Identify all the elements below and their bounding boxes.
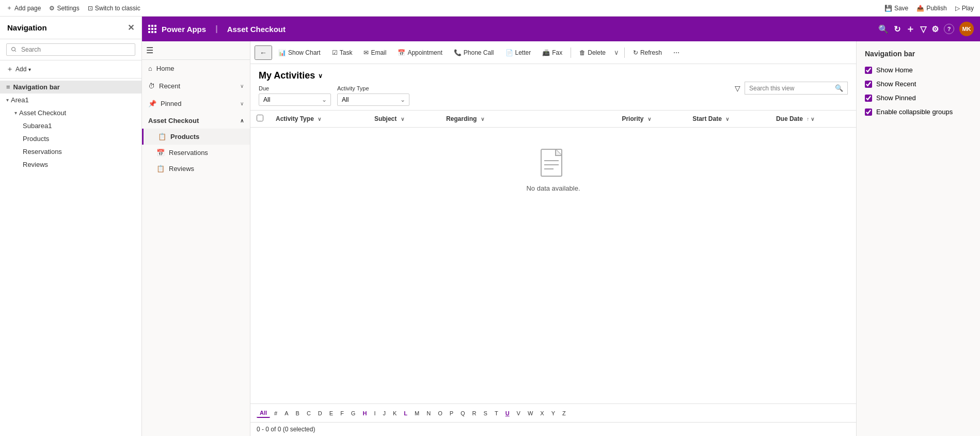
page-letter-r[interactable]: R bbox=[469, 409, 480, 417]
page-letter-t[interactable]: T bbox=[492, 409, 501, 417]
email-button[interactable]: ✉ Email bbox=[358, 47, 391, 58]
sidebar-item-recent[interactable]: ⏱ Recent ∨ bbox=[142, 77, 250, 95]
col-due-date[interactable]: Due Date ↑ ∨ bbox=[770, 111, 856, 128]
close-panel-button[interactable]: ✕ bbox=[128, 23, 134, 33]
more-options-button[interactable]: ⋯ bbox=[668, 47, 685, 58]
page-letter-x[interactable]: X bbox=[537, 409, 547, 417]
waffle-menu-icon[interactable] bbox=[148, 25, 156, 33]
view-search-icon[interactable]: 🔍 bbox=[835, 84, 843, 92]
publish-button[interactable]: 📤 Publish bbox=[916, 5, 946, 12]
add-button[interactable]: ＋ Add ▾ bbox=[6, 65, 31, 74]
view-title[interactable]: My Activities ∨ bbox=[259, 70, 409, 81]
page-letter-j[interactable]: J bbox=[380, 409, 389, 417]
help-icon[interactable]: ? bbox=[944, 24, 954, 34]
page-letter-q[interactable]: Q bbox=[457, 409, 468, 417]
show-chart-button[interactable]: 📊 Show Chart bbox=[273, 47, 326, 58]
page-letter-k[interactable]: K bbox=[390, 409, 400, 417]
page-letter-c[interactable]: C bbox=[304, 409, 314, 417]
nav-tree-item-area1[interactable]: ▾ Area1 bbox=[0, 94, 141, 106]
page-letter-m[interactable]: M bbox=[412, 409, 422, 417]
page-letter-b[interactable]: B bbox=[293, 409, 303, 417]
page-letter-z[interactable]: Z bbox=[559, 409, 569, 417]
show-home-option[interactable]: Show Home bbox=[865, 66, 972, 74]
sidebar-menu-icon[interactable]: ☰ bbox=[146, 45, 153, 55]
activity-type-filter-select[interactable]: All Email Phone Call Task bbox=[337, 94, 409, 106]
navigation-tree: ≡ Navigation bar ▾ Area1 ▾ Asset Checkou… bbox=[0, 79, 141, 436]
sidebar-item-home[interactable]: ⌂ Home bbox=[142, 60, 250, 77]
page-letter-l[interactable]: L bbox=[401, 409, 410, 417]
col-activity-type[interactable]: Activity Type ∨ bbox=[270, 111, 368, 128]
col-subject[interactable]: Subject ∨ bbox=[368, 111, 440, 128]
page-letter-h[interactable]: H bbox=[359, 409, 370, 417]
appointment-button[interactable]: 📅 Appointment bbox=[392, 47, 447, 58]
page-letter-v[interactable]: V bbox=[514, 409, 524, 417]
select-all-checkbox[interactable] bbox=[257, 115, 263, 121]
due-filter-select[interactable]: All Today This Week bbox=[259, 94, 331, 106]
nav-tree-item-subarea1[interactable]: Subarea1 bbox=[0, 119, 141, 132]
page-letter-a[interactable]: A bbox=[281, 409, 291, 417]
page-letter-u[interactable]: U bbox=[502, 409, 513, 417]
page-letter-e[interactable]: E bbox=[326, 409, 336, 417]
switch-classic-button[interactable]: ⊡ Switch to classic bbox=[88, 5, 140, 12]
col-regarding[interactable]: Regarding ∨ bbox=[440, 111, 615, 128]
settings-button[interactable]: ⚙ Settings bbox=[49, 5, 79, 12]
page-letter-w[interactable]: W bbox=[525, 409, 536, 417]
right-panel-title: Navigation bar bbox=[865, 50, 972, 58]
filter-icon[interactable]: ▽ bbox=[920, 24, 926, 34]
show-recent-option[interactable]: Show Recent bbox=[865, 80, 972, 88]
sidebar-item-pinned[interactable]: 📌 Pinned ∨ bbox=[142, 95, 250, 113]
show-home-checkbox[interactable] bbox=[865, 67, 872, 74]
nav-tree-item-asset-checkout[interactable]: ▾ Asset Checkout bbox=[0, 106, 141, 119]
sidebar-item-products[interactable]: 📋 Products bbox=[142, 129, 250, 145]
page-letter-g[interactable]: G bbox=[348, 409, 359, 417]
sidebar-group-asset-checkout[interactable]: Asset Checkout ∧ bbox=[142, 113, 250, 129]
sidebar-item-reviews[interactable]: 📋 Reviews bbox=[142, 161, 250, 177]
more-cmd-chevron[interactable]: ∨ bbox=[612, 46, 621, 58]
command-bar: ← 📊 Show Chart ☑ Task ✉ Email 📅 bbox=[250, 41, 856, 64]
page-letter-s[interactable]: S bbox=[481, 409, 491, 417]
phone-call-button[interactable]: 📞 Phone Call bbox=[449, 47, 499, 58]
gear-icon[interactable]: ⚙ bbox=[931, 24, 939, 34]
task-button[interactable]: ☑ Task bbox=[327, 47, 358, 58]
show-pinned-checkbox[interactable] bbox=[865, 95, 872, 102]
add-header-icon[interactable]: ＋ bbox=[906, 23, 915, 35]
search-icon[interactable]: 🔍 bbox=[878, 24, 889, 34]
page-letter-d[interactable]: D bbox=[315, 409, 325, 417]
enable-collapsible-checkbox[interactable] bbox=[865, 108, 872, 116]
show-recent-checkbox[interactable] bbox=[865, 81, 872, 88]
page-letter-o[interactable]: O bbox=[435, 409, 446, 417]
col-start-date[interactable]: Start Date ∨ bbox=[686, 111, 770, 128]
delete-button[interactable]: 🗑 Delete bbox=[574, 47, 611, 58]
left-panel-search-input[interactable] bbox=[6, 43, 135, 56]
due-filter-label: Due bbox=[259, 85, 331, 91]
refresh-button[interactable]: ↻ Refresh bbox=[628, 47, 667, 58]
nav-tree-item-reviews[interactable]: Reviews bbox=[0, 158, 141, 171]
user-avatar[interactable]: MK bbox=[959, 22, 974, 36]
page-letter-i[interactable]: I bbox=[371, 409, 378, 417]
show-pinned-option[interactable]: Show Pinned bbox=[865, 94, 972, 102]
sidebar-item-reservations[interactable]: 📅 Reservations bbox=[142, 145, 250, 161]
page-letter-y[interactable]: Y bbox=[548, 409, 558, 417]
col-priority[interactable]: Priority ∨ bbox=[615, 111, 686, 128]
page-letter-p[interactable]: P bbox=[447, 409, 456, 417]
view-filter-icon[interactable]: ▽ bbox=[735, 84, 740, 92]
page-letter-f[interactable]: F bbox=[337, 409, 347, 417]
fax-button[interactable]: 📠 Fax bbox=[537, 47, 567, 58]
data-table-wrapper: Activity Type ∨ Subject ∨ Regarding ∨ bbox=[250, 111, 856, 403]
nav-tree-item-navbar[interactable]: ≡ Navigation bar bbox=[0, 81, 141, 94]
nav-tree-item-reservations[interactable]: Reservations bbox=[0, 145, 141, 158]
nav-tree-item-products[interactable]: Products bbox=[0, 132, 141, 145]
refresh-circle-icon[interactable]: ↻ bbox=[894, 24, 900, 34]
empty-state: No data available. bbox=[250, 128, 856, 213]
page-letter-n[interactable]: N bbox=[423, 409, 434, 417]
page-letter-hash[interactable]: # bbox=[271, 409, 280, 417]
add-icon: ＋ bbox=[6, 65, 13, 74]
play-button[interactable]: ▷ Play bbox=[955, 5, 974, 12]
letter-button[interactable]: 📄 Letter bbox=[500, 47, 536, 58]
page-letter-all[interactable]: All bbox=[257, 409, 270, 418]
back-button[interactable]: ← bbox=[255, 45, 272, 60]
enable-collapsible-option[interactable]: Enable collapsible groups bbox=[865, 108, 972, 116]
save-button[interactable]: 💾 Save bbox=[884, 5, 908, 12]
view-search-input[interactable] bbox=[749, 85, 832, 92]
add-page-button[interactable]: ＋ Add page bbox=[6, 4, 41, 12]
